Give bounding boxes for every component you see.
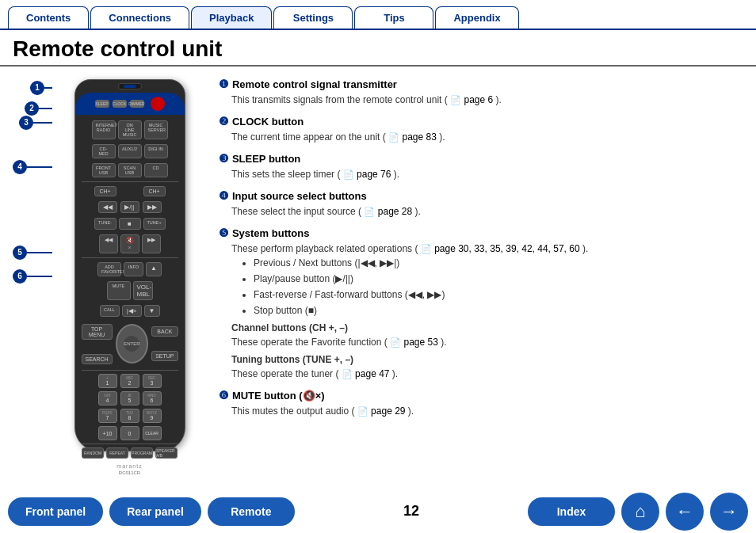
remote-drawing: SLEEP CLOCK DIMMER INTERNET RADIO ON LIN…	[74, 79, 185, 451]
main-content: 1 2 3 4 5	[0, 73, 756, 477]
tab-connections[interactable]: Connections	[90, 6, 189, 29]
front-panel-button[interactable]: Front panel	[8, 497, 103, 526]
tab-tips[interactable]: Tips	[354, 6, 433, 29]
section-1: ❶ Remote control signal transmitter This…	[219, 76, 743, 107]
system-buttons-list: Previous / Next buttons (|◀◀, ▶▶|) Play/…	[254, 256, 743, 318]
top-navigation: Contents Connections Playback Settings T…	[0, 0, 756, 30]
forward-icon: →	[720, 501, 738, 522]
index-button[interactable]: Index	[528, 497, 615, 526]
tab-playback[interactable]: Playback	[191, 6, 272, 29]
callout-labels: 1 2 3 4 5	[13, 79, 56, 451]
section-2: ❷ CLOCK button The current time appear o…	[219, 113, 743, 144]
forward-button[interactable]: →	[710, 493, 748, 531]
home-icon: ⌂	[635, 501, 645, 522]
page-number: 12	[301, 503, 521, 520]
tab-settings[interactable]: Settings	[273, 6, 353, 29]
section-4: ❹ Input source select buttons These sele…	[219, 188, 743, 219]
tab-appendix[interactable]: Appendix	[435, 6, 518, 29]
section-3: ❸ SLEEP button This sets the sleep timer…	[219, 150, 743, 181]
home-button[interactable]: ⌂	[621, 493, 659, 531]
bottom-navigation: Front panel Rear panel Remote 12 Index ⌂…	[0, 489, 756, 533]
page-title: Remote control unit	[0, 30, 756, 67]
callout-4: 4	[13, 160, 27, 174]
remote-body: SLEEP CLOCK DIMMER INTERNET RADIO ON LIN…	[56, 79, 203, 451]
callout-1: 1	[30, 81, 44, 95]
callout-3: 3	[19, 116, 33, 130]
callout-2: 2	[25, 101, 39, 116]
remote-illustration-area: 1 2 3 4 5	[13, 73, 203, 477]
callout-6: 6	[13, 269, 27, 284]
section-5: ❺ System buttons These perform playback …	[219, 225, 743, 381]
back-icon: ←	[676, 501, 693, 522]
section-6: ❻ MUTE button (🔇×) This mutes the output…	[219, 387, 743, 418]
tab-contents[interactable]: Contents	[8, 6, 89, 29]
remote-button[interactable]: Remote	[208, 497, 295, 526]
rear-panel-button[interactable]: Rear panel	[109, 497, 201, 526]
brand-logo: marantz	[75, 460, 185, 470]
callout-5: 5	[13, 246, 27, 260]
right-content: ❶ Remote control signal transmitter This…	[219, 73, 743, 477]
back-button[interactable]: ←	[666, 493, 704, 531]
